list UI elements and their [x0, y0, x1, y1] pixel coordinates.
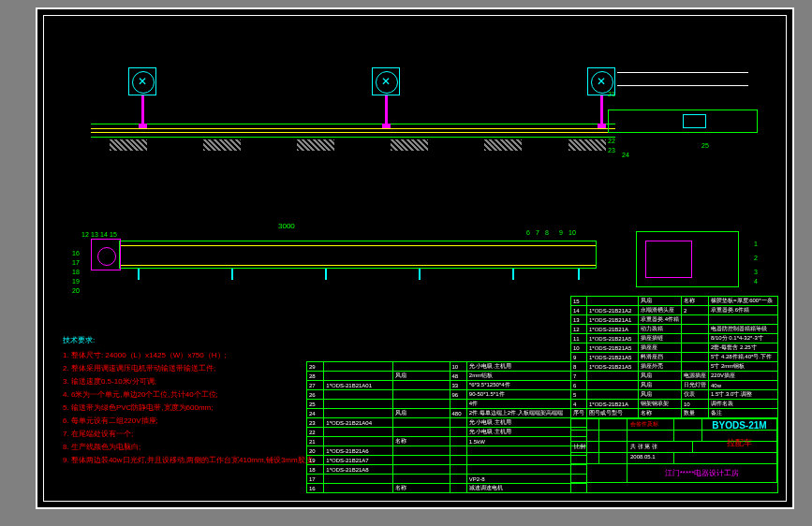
- callout: 4: [754, 278, 758, 285]
- bom-row: 181*ODS-21B21A8: [307, 465, 587, 475]
- bom-row: 81*ODS-21B21A5插座外壳5寸 2mm钢板: [571, 362, 778, 372]
- bom-row: 17VP2-8: [307, 475, 587, 484]
- notes-title: 技术要求:: [63, 334, 325, 347]
- bom-row: 101*ODS-21B21A5插座座2套-每套含 2.25寸: [571, 343, 778, 353]
- cad-frame: 21 22 23 24 25 3000 12 13 14 15 16 17 18…: [36, 7, 794, 509]
- bom-table-right: 15风扇名称橡胶垫板=厚度:600*一条141*ODS-21B21A2永顺滑槽头…: [570, 296, 778, 418]
- callout: 7: [536, 229, 539, 236]
- conveyor-body: [119, 241, 597, 269]
- foundation-hatch: [568, 139, 606, 151]
- callout: 2: [754, 255, 758, 261]
- bom-row: 5风扇仪表1.5寸.3.0寸.调整: [571, 390, 778, 400]
- bom-row: 271*ODS-21B21A0133*6*3.5*1250*4件: [307, 381, 587, 390]
- note-line: 7. 在尾端处设有一个;: [63, 428, 325, 441]
- elevation-view: [91, 63, 615, 166]
- callout: 1: [754, 241, 758, 247]
- title-block: 会签件及标 BYODS-21M 拉配车 比例 共 张 第 张 2008.05.1…: [570, 418, 778, 493]
- callout: 14: [100, 231, 108, 238]
- note-line: 8. 生产线颜色为电脑白;: [63, 441, 325, 454]
- bom-row: 序号图号或号型号名称数量备注: [571, 409, 778, 418]
- bom-row: 201*ODS-21B21A6: [307, 446, 587, 456]
- detail-top-rail: [617, 72, 748, 86]
- callout: 15: [110, 231, 117, 238]
- fan-post: [385, 95, 388, 125]
- plan-view: 3000 12 13 14 15 16 17 18 19 20 6 7 8 9 …: [91, 222, 615, 315]
- fan-post: [141, 95, 144, 125]
- note-line: 3. 输送速度0.5-10米/分可调;: [63, 375, 325, 388]
- callout: 8: [545, 229, 549, 236]
- callout: 20: [72, 287, 80, 294]
- leg: [419, 269, 421, 280]
- detail-view: 21 22 23 24 25: [608, 63, 758, 175]
- callout: 6: [526, 229, 530, 236]
- bom-row: 6风扇日光灯管40w: [571, 381, 778, 390]
- drawing-code: BYODS-21M: [702, 419, 777, 430]
- note-line: 2. 整体采用调速调压电机带动输送带输送工件;: [63, 362, 325, 375]
- note-line: 5. 输送带为绿色PVC防静电带,宽度为600mm;: [63, 402, 325, 415]
- callout: 21: [608, 91, 615, 97]
- bom-row: 16名称减速调速电机: [307, 484, 587, 493]
- callout: 23: [608, 147, 615, 153]
- bom-row: 91*ODS-21B21A5料滑座挡5寸 4.28件箱.40*号.下件: [571, 353, 778, 362]
- company-name: 江门*****电器设计工房: [627, 464, 777, 482]
- callout: 12: [81, 231, 89, 238]
- callout: 19: [72, 278, 80, 285]
- tb-cell: 共 张 第 张: [627, 442, 693, 452]
- foundation-hatch: [391, 139, 428, 151]
- dimension: 3000: [278, 222, 295, 230]
- bom-row: 121*ODS-21B21A动力装箱电器防控制器箱箱等级: [571, 325, 778, 334]
- leg: [231, 269, 233, 280]
- fan-icon: [372, 67, 400, 95]
- callout: 22: [608, 138, 615, 144]
- bom-table-left: 2910光.小电吸.主机用28风扇482mm铝板271*ODS-21B21A01…: [306, 361, 587, 493]
- callout: 16: [72, 250, 80, 256]
- callout: 24: [622, 152, 629, 158]
- bom-row: 28风扇482mm铝板: [307, 372, 587, 381]
- callout: 3: [754, 269, 758, 275]
- callout: 18: [72, 269, 80, 275]
- bom-row: 2910光.小电吸.主机用: [307, 362, 587, 372]
- bom-row: 24风扇4802件.每单边端上2件.入板端端架高端端: [307, 409, 587, 418]
- note-line: 9. 整体两边装40w日光灯,并且设移动,两侧的工作台宽410mm,铺设3mm胶…: [63, 454, 325, 467]
- callout: 17: [72, 259, 80, 266]
- bom-row: 254件: [307, 400, 587, 409]
- bom-row: 191*ODS-21B21A7: [307, 456, 587, 465]
- note-line: 4. 6米为一个单元,单边20个工位,共计40个工位;: [63, 388, 325, 402]
- leg: [512, 269, 514, 280]
- conveyor-rail: [91, 124, 615, 138]
- note-line: 6. 每单元设有二组220V插座;: [63, 415, 325, 428]
- tb-label: 会签件及标: [627, 419, 674, 430]
- fan-post: [600, 95, 603, 125]
- foundation-hatch: [484, 139, 522, 151]
- bom-row: 269690-50*1.5*1件: [307, 390, 587, 400]
- foundation-hatch: [297, 139, 334, 151]
- foundation-hatch: [110, 139, 147, 151]
- leg: [578, 269, 580, 280]
- bom-row: 22光.小电吸.主机用: [307, 428, 587, 437]
- section-inner: [645, 241, 692, 278]
- bom-row: 131*ODS-21B21A1承重器类.4件箱: [571, 315, 778, 325]
- leg: [325, 269, 327, 280]
- callout: 10: [568, 229, 576, 236]
- fan-icon: [128, 67, 156, 95]
- bom-row: 7风扇电源插座220V插座: [571, 372, 778, 381]
- detail-fan: [683, 114, 706, 128]
- bom-row: 231*ODS-21B21A04光.小电吸.主机用: [307, 418, 587, 428]
- bom-row: 41*ODS-21B21A钢架钢承架10调件名装: [571, 400, 778, 409]
- drawing-border: 21 22 23 24 25 3000 12 13 14 15 16 17 18…: [43, 15, 787, 502]
- bom-row: 141*ODS-21B21A2永顺滑槽头座2承重器类.6件箱: [571, 306, 778, 315]
- bom-row: 15风扇名称橡胶垫板=厚度:600*一条: [571, 297, 778, 306]
- bom-row: 111*ODS-21B21A5插座插链8/10分 0.1*4-32*-3寸: [571, 334, 778, 343]
- callout: 9: [559, 229, 563, 236]
- tb-date: 2008.05.1: [627, 453, 674, 463]
- callout: 13: [91, 231, 98, 238]
- tb-cell: 比例: [571, 442, 599, 452]
- motor-icon: [91, 239, 121, 270]
- bom-row: 21名称1.5kW: [307, 437, 587, 446]
- note-line: 1. 整体尺寸: 24000（L）x1425（W）x750（H）;: [63, 349, 325, 362]
- leg: [138, 269, 140, 280]
- callout: 25: [701, 142, 709, 149]
- tech-notes: 技术要求: 1. 整体尺寸: 24000（L）x1425（W）x750（H）; …: [63, 334, 325, 467]
- foundation-hatch: [203, 139, 241, 151]
